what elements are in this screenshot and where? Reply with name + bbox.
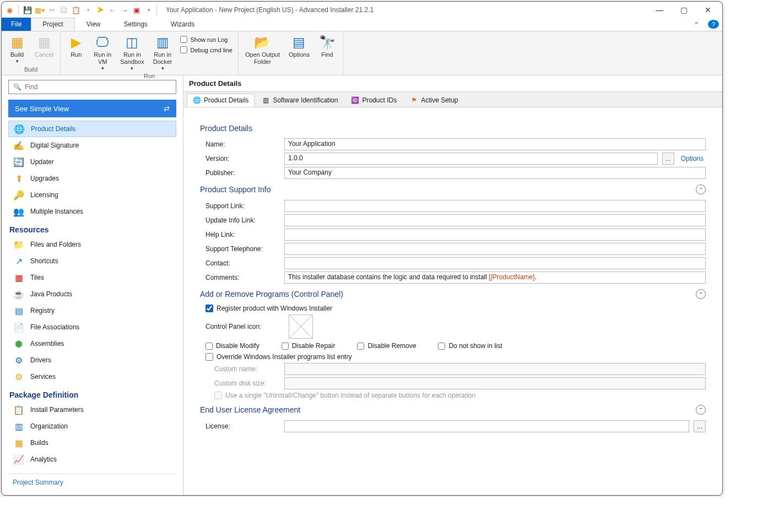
save-icon[interactable]: 💾 bbox=[22, 4, 33, 15]
copy-icon[interactable]: ⿻ bbox=[58, 4, 69, 15]
search-box[interactable]: 🔍 bbox=[8, 80, 176, 94]
app-icon[interactable]: ◉ bbox=[4, 4, 15, 15]
open-output-button[interactable]: 📂Open Output Folder bbox=[242, 32, 283, 67]
publisher-field[interactable]: Your Company bbox=[284, 167, 706, 179]
refresh-icon: 🔄 bbox=[13, 156, 25, 168]
forward-icon[interactable]: → bbox=[119, 4, 130, 15]
sidebar-item-upgrades[interactable]: ⬆Upgrades bbox=[8, 170, 176, 187]
comments-field[interactable]: This installer database contains the log… bbox=[284, 272, 706, 284]
app-window: ◉ 💾 ▦▾ ✂ ⿻ 📋 ▾ ⮞ ← → ▣ ▾ Your Applicatio… bbox=[1, 1, 723, 496]
sidebar-item-shortcuts[interactable]: ↗Shortcuts bbox=[8, 253, 176, 269]
gears-icon: ⚙ bbox=[13, 371, 25, 383]
collapse-support-button[interactable]: ⌃ bbox=[696, 184, 706, 194]
build-button[interactable]: ▦ Build▾ bbox=[5, 32, 29, 66]
collapse-arp-button[interactable]: ⌃ bbox=[696, 289, 706, 299]
simple-view-button[interactable]: See Simple View ⇄ bbox=[8, 100, 176, 117]
sidebar-item-drivers[interactable]: ⚙Drivers bbox=[8, 352, 176, 368]
sidebar-item-analytics[interactable]: 📈Analytics bbox=[8, 451, 176, 468]
help-link-field[interactable] bbox=[284, 229, 706, 241]
show-log-check[interactable]: Show run Log bbox=[180, 36, 232, 43]
version-browse-button[interactable]: … bbox=[662, 153, 674, 165]
sidebar-item-assemblies[interactable]: ⬢Assemblies bbox=[8, 335, 176, 352]
sidebar-item-multiple-instances[interactable]: 👥Multiple Instances bbox=[8, 203, 176, 220]
paste-icon[interactable]: 📋 bbox=[71, 4, 82, 15]
play-icon: ▶ bbox=[67, 34, 85, 51]
setup-icon: ⚑ bbox=[410, 96, 418, 104]
custom-name-label: Custom name: bbox=[200, 365, 280, 373]
forward-arrow-icon[interactable]: ⮞ bbox=[95, 4, 106, 15]
telephone-label: Support Telephone: bbox=[200, 245, 280, 253]
override-check[interactable] bbox=[205, 353, 213, 361]
cp-icon-picker[interactable] bbox=[289, 314, 313, 339]
disable-repair-check[interactable]: Disable Repair bbox=[282, 342, 336, 350]
tab-view[interactable]: View bbox=[75, 18, 112, 31]
sidebar-item-registry[interactable]: ▤Registry bbox=[8, 302, 176, 319]
cancel-button[interactable]: ▦ Cancel bbox=[31, 32, 57, 59]
sidebar-item-updater[interactable]: 🔄Updater bbox=[8, 154, 176, 170]
package-icon[interactable]: ▦▾ bbox=[34, 4, 45, 15]
debug-cmd-check[interactable]: Debug cmd line bbox=[180, 46, 232, 53]
scissors-icon[interactable]: ✂ bbox=[46, 4, 57, 15]
swap-icon: ⇄ bbox=[164, 105, 170, 113]
ext-icon[interactable]: ▣ bbox=[131, 4, 142, 15]
sidebar-item-digital-signature[interactable]: ✍Digital Signature bbox=[8, 137, 176, 154]
run-docker-button[interactable]: ▥Run in Docker▾ bbox=[150, 32, 176, 73]
dropdown-icon[interactable]: ▾ bbox=[83, 4, 94, 15]
disable-modify-check[interactable]: Disable Modify bbox=[205, 342, 259, 350]
sidebar-item-services[interactable]: ⚙Services bbox=[8, 368, 176, 385]
minimize-button[interactable]: — bbox=[647, 2, 672, 18]
support-link-field[interactable] bbox=[284, 200, 706, 212]
sidebar-item-product-details[interactable]: 🌐Product Details bbox=[8, 121, 176, 137]
update-link-field[interactable] bbox=[284, 214, 706, 226]
project-summary-link[interactable]: Project Summary bbox=[8, 474, 176, 491]
maximize-button[interactable]: ▢ bbox=[672, 2, 696, 18]
pen-icon: ✍ bbox=[13, 139, 25, 151]
tab-software-id[interactable]: ▥Software Identification bbox=[256, 94, 344, 107]
options-button[interactable]: ▤Options bbox=[285, 32, 313, 59]
sidebar-item-file-assoc[interactable]: 📄File Associations bbox=[8, 319, 176, 335]
version-options-link[interactable]: Options bbox=[679, 155, 706, 162]
license-browse-button[interactable]: … bbox=[694, 420, 706, 432]
sidebar-item-builds[interactable]: ▦Builds bbox=[8, 435, 176, 451]
sidebar-item-licensing[interactable]: 🔑Licensing bbox=[8, 187, 176, 203]
tab-settings[interactable]: Settings bbox=[112, 18, 159, 31]
sidebar-item-files[interactable]: 📁Files and Folders bbox=[8, 236, 176, 253]
tab-product-ids[interactable]: 🆔Product IDs bbox=[345, 94, 403, 107]
name-label: Name: bbox=[200, 140, 280, 148]
ribbon-tabs: File Project View Settings Wizards ⌃ ? bbox=[2, 18, 722, 31]
section-product-details: Product Details bbox=[200, 124, 706, 133]
sidebar-item-organization[interactable]: ▥Organization bbox=[8, 418, 176, 435]
sidebar-item-install-params[interactable]: 📋Install Parameters bbox=[8, 401, 176, 418]
run-vm-button[interactable]: 🖵Run in VM▾ bbox=[90, 32, 115, 73]
tab-active-setup[interactable]: ⚑Active Setup bbox=[404, 94, 464, 107]
tab-wizards[interactable]: Wizards bbox=[159, 18, 206, 31]
tab-project[interactable]: Project bbox=[31, 18, 74, 31]
tab-product-details[interactable]: 🌐Product Details bbox=[187, 94, 255, 107]
sidebar-item-tiles[interactable]: ▦Tiles bbox=[8, 269, 176, 286]
qat-dropdown-icon[interactable]: ▾ bbox=[143, 4, 154, 15]
collapse-eula-button[interactable]: ⌃ bbox=[696, 405, 706, 415]
disable-remove-check[interactable]: Disable Remove bbox=[357, 342, 416, 350]
close-button[interactable]: ✕ bbox=[696, 2, 720, 18]
telephone-field[interactable] bbox=[284, 243, 706, 255]
update-link-label: Update Info Link: bbox=[200, 216, 280, 224]
shortcut-icon: ↗ bbox=[13, 255, 25, 267]
sidebar-item-java[interactable]: ☕Java Products bbox=[8, 286, 176, 302]
license-field[interactable] bbox=[284, 420, 689, 432]
key-icon: 🔑 bbox=[13, 189, 25, 201]
name-field[interactable]: Your Application bbox=[284, 138, 706, 150]
run-button[interactable]: ▶Run bbox=[64, 32, 88, 59]
no-show-check[interactable]: Do not show in list bbox=[438, 342, 502, 350]
tab-file[interactable]: File bbox=[2, 18, 31, 31]
collapse-ribbon-icon[interactable]: ⌃ bbox=[688, 19, 705, 31]
search-input[interactable] bbox=[25, 83, 171, 91]
back-icon[interactable]: ← bbox=[107, 4, 118, 15]
run-sandbox-button[interactable]: ◫Run in Sandbox▾ bbox=[117, 32, 147, 73]
register-check[interactable] bbox=[205, 305, 213, 312]
contact-field[interactable] bbox=[284, 257, 706, 269]
find-button[interactable]: 🔭Find bbox=[315, 32, 339, 59]
version-field[interactable]: 1.0.0 bbox=[284, 153, 658, 165]
help-icon[interactable]: ? bbox=[708, 20, 719, 29]
section-arp: Add or Remove Programs (Control Panel)⌃ bbox=[200, 289, 706, 299]
up-icon: ⬆ bbox=[13, 172, 25, 184]
